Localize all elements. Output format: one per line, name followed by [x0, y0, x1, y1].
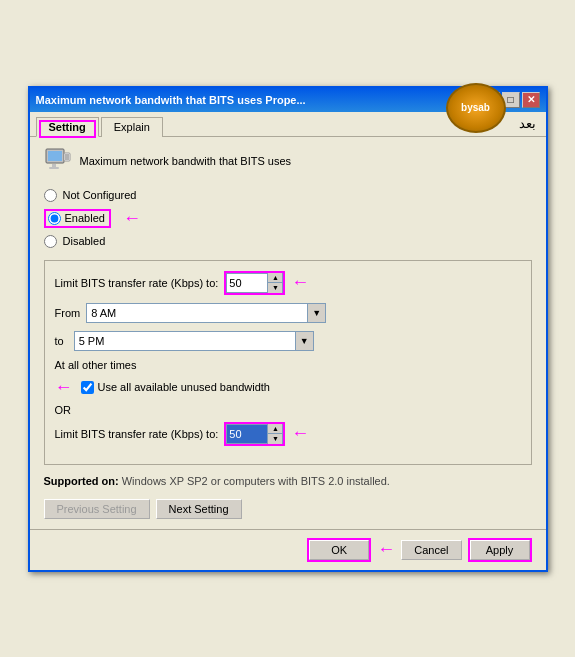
all-other-times-label: At all other times: [55, 359, 137, 371]
to-row: to 5 PM ▼: [55, 331, 521, 351]
from-label: From: [55, 307, 81, 319]
limit-spinbox-input[interactable]: [227, 274, 267, 292]
limit-spinbox-buttons: ▲ ▼: [267, 273, 282, 293]
bottom-buttons: Previous Setting Next Setting: [44, 499, 532, 519]
cancel-button[interactable]: Cancel: [401, 540, 461, 560]
checkbox-label: Use all available unused bandwidth: [98, 381, 270, 393]
limit2-spin-up[interactable]: ▲: [268, 424, 282, 434]
radio-disabled-label: Disabled: [63, 235, 106, 247]
radio-not-configured[interactable]: Not Configured: [44, 189, 532, 202]
dialog-footer: OK ← Cancel Apply: [30, 529, 546, 570]
ok-arrow: ←: [377, 539, 395, 560]
limit-arrow: ←: [291, 272, 309, 293]
svg-rect-3: [49, 167, 59, 169]
limit-rate-row: Limit BITS transfer rate (Kbps) to: ▲ ▼ …: [55, 271, 521, 295]
or-label: OR: [55, 404, 521, 416]
limit-spin-up[interactable]: ▲: [268, 273, 282, 283]
radio-enabled[interactable]: Enabled ←: [44, 208, 532, 229]
svg-rect-2: [52, 164, 56, 167]
radio-disabled-input[interactable]: [44, 235, 57, 248]
previous-setting-button[interactable]: Previous Setting: [44, 499, 150, 519]
limit2-spin-down[interactable]: ▼: [268, 434, 282, 444]
window-title: Maximum network bandwith that BITS uses …: [36, 94, 482, 106]
radio-not-configured-label: Not Configured: [63, 189, 137, 201]
main-window: Maximum network bandwith that BITS uses …: [28, 86, 548, 572]
policy-title-row: Maximum network bandwith that BITS uses: [44, 147, 532, 175]
limit2-spinbox-buttons: ▲ ▼: [267, 424, 282, 444]
from-select-value: 8 AM: [87, 307, 307, 319]
next-setting-button[interactable]: Next Setting: [156, 499, 242, 519]
from-select[interactable]: 8 AM ▼: [86, 303, 326, 323]
checkbox-arrow: ←: [55, 377, 73, 398]
from-row: From 8 AM ▼: [55, 303, 521, 323]
radio-enabled-label: Enabled: [65, 212, 105, 224]
apply-button[interactable]: Apply: [470, 540, 530, 560]
apply-highlight: Apply: [468, 538, 532, 562]
to-select-arrow[interactable]: ▼: [295, 332, 313, 350]
tab-setting[interactable]: Setting: [36, 117, 99, 137]
supported-on-row: Supported on: Windows XP SP2 or computer…: [44, 475, 532, 487]
supported-label: Supported on:: [44, 475, 119, 487]
svg-rect-1: [48, 151, 62, 161]
enabled-highlight-box: Enabled: [44, 209, 111, 228]
use-bandwidth-checkbox[interactable]: [81, 381, 94, 394]
limit-label: Limit BITS transfer rate (Kbps) to:: [55, 277, 219, 289]
bysab-logo: bysab: [446, 83, 506, 133]
to-label: to: [55, 335, 64, 347]
limit-spinbox-highlight: ▲ ▼: [224, 271, 285, 295]
checkbox-row: ← Use all available unused bandwidth: [55, 377, 521, 398]
ok-highlight: OK: [307, 538, 371, 562]
limit2-spinbox-input[interactable]: [227, 425, 267, 443]
to-select[interactable]: 5 PM ▼: [74, 331, 314, 351]
policy-title: Maximum network bandwith that BITS uses: [80, 155, 292, 167]
limit2-arrow: ←: [291, 423, 309, 444]
settings-box: Limit BITS transfer rate (Kbps) to: ▲ ▼ …: [44, 260, 532, 465]
arabic-text: بعد: [519, 116, 536, 131]
limit2-rate-row: Limit BITS transfer rate (Kbps) to: ▲ ▼ …: [55, 422, 521, 446]
policy-icon: [44, 147, 72, 175]
close-button[interactable]: ✕: [522, 92, 540, 108]
to-select-value: 5 PM: [75, 335, 295, 347]
from-select-arrow[interactable]: ▼: [307, 304, 325, 322]
main-content: Maximum network bandwith that BITS uses …: [30, 137, 546, 529]
radio-disabled[interactable]: Disabled: [44, 235, 532, 248]
limit2-spinbox-highlight: ▲ ▼: [224, 422, 285, 446]
radio-enabled-input[interactable]: [48, 212, 61, 225]
radio-group: Not Configured Enabled ← Disabled: [44, 189, 532, 248]
radio-not-configured-input[interactable]: [44, 189, 57, 202]
limit2-spinbox: ▲ ▼: [226, 424, 283, 444]
limit-spin-down[interactable]: ▼: [268, 283, 282, 293]
tab-explain[interactable]: Explain: [101, 117, 163, 137]
enabled-arrow: ←: [123, 208, 141, 229]
all-other-times-label-row: At all other times: [55, 359, 521, 371]
ok-button[interactable]: OK: [309, 540, 369, 560]
limit2-label: Limit BITS transfer rate (Kbps) to:: [55, 428, 219, 440]
limit-spinbox: ▲ ▼: [226, 273, 283, 293]
supported-text: Windows XP SP2 or computers with BITS 2.…: [122, 475, 390, 487]
